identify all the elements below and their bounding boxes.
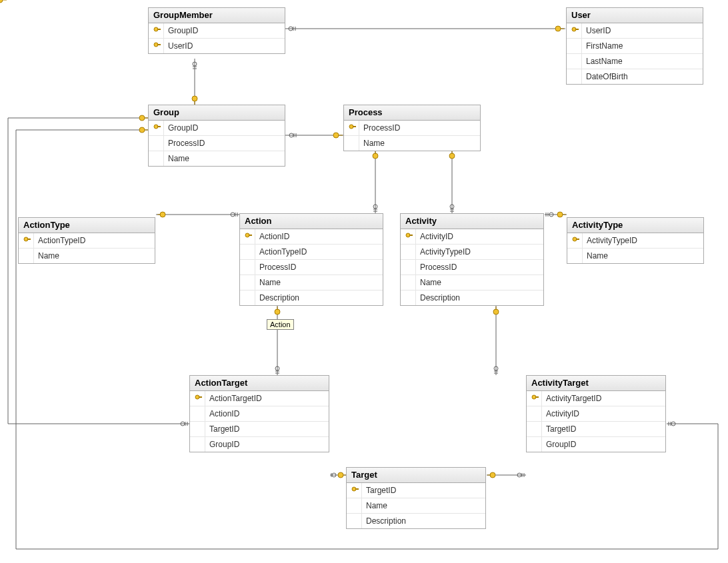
table-row[interactable]: Name <box>567 249 703 263</box>
table-row[interactable]: ActionTypeID <box>240 245 383 260</box>
table-row[interactable]: ProcessID <box>240 260 383 275</box>
table-row[interactable]: ActivityTypeID <box>567 233 703 249</box>
field-name: TargetID <box>362 486 396 495</box>
table-user[interactable]: User UserID FirstName LastName DateOfBir… <box>566 7 703 85</box>
key-icon <box>569 23 582 38</box>
svg-rect-69 <box>576 239 579 240</box>
table-row[interactable]: LastName <box>567 54 703 69</box>
field-name: ActivityTargetID <box>542 394 601 403</box>
table-row[interactable]: GroupID <box>190 437 329 452</box>
table-row[interactable]: ActivityTypeID <box>401 245 543 260</box>
table-title: Activity <box>401 214 543 229</box>
table-row[interactable]: ActivityID <box>527 406 665 422</box>
field-name: GroupID <box>164 26 198 35</box>
field-name: Description <box>362 516 406 526</box>
table-row[interactable]: GroupID <box>149 121 285 136</box>
table-row[interactable]: UserID <box>567 23 703 39</box>
svg-point-0 <box>0 0 3 3</box>
field-name: ProcessID <box>359 123 400 133</box>
table-row[interactable]: TargetID <box>527 422 665 437</box>
key-icon <box>151 39 164 53</box>
key-icon <box>529 391 542 406</box>
table-row[interactable]: Name <box>19 249 155 263</box>
table-row[interactable]: ProcessID <box>344 121 480 136</box>
svg-point-37 <box>494 366 498 370</box>
table-row[interactable]: ActionTargetID <box>190 391 329 406</box>
table-row[interactable]: Name <box>344 136 480 151</box>
table-groupmember[interactable]: GroupMember GroupID UserID <box>148 7 285 54</box>
table-action[interactable]: Action ActionID ActionTypeID ProcessID N… <box>239 213 383 306</box>
table-row[interactable]: Description <box>401 290 543 305</box>
table-row[interactable]: TargetID <box>190 422 329 437</box>
svg-rect-59 <box>157 126 161 127</box>
table-row[interactable]: FirstName <box>567 39 703 54</box>
table-title: GroupMember <box>149 8 285 23</box>
field-name: ActionID <box>255 232 289 241</box>
key-icon <box>403 229 416 244</box>
svg-rect-57 <box>575 29 579 30</box>
svg-point-39 <box>332 473 336 477</box>
table-row[interactable]: Name <box>401 275 543 290</box>
table-row[interactable]: ActionID <box>190 406 329 422</box>
table-activity[interactable]: Activity ActivityID ActivityTypeID Proce… <box>400 213 544 306</box>
table-activitytype[interactable]: ActivityType ActivityTypeID Name <box>567 217 704 264</box>
table-row[interactable]: Description <box>347 514 485 528</box>
table-row[interactable]: ActionTypeID <box>19 233 155 249</box>
table-row[interactable]: GroupID <box>149 23 285 39</box>
field-name: UserID <box>582 26 611 35</box>
table-group[interactable]: Group GroupID ProcessID Name <box>148 105 285 167</box>
table-row[interactable]: ProcessID <box>149 136 285 151</box>
svg-point-12 <box>333 133 339 138</box>
field-name: Name <box>583 251 608 261</box>
field-name: Name <box>359 139 385 148</box>
table-target[interactable]: Target TargetID Name Description <box>346 467 486 529</box>
key-icon <box>243 229 255 244</box>
field-name: LastName <box>582 57 623 66</box>
table-row[interactable]: ActivityID <box>401 229 543 245</box>
field-name: Name <box>362 501 387 510</box>
table-row[interactable]: Description <box>240 290 383 305</box>
table-row[interactable]: ActionID <box>240 229 383 245</box>
table-row[interactable]: Name <box>240 275 383 290</box>
table-row[interactable]: GroupID <box>527 437 665 452</box>
table-title: ActionType <box>19 218 155 233</box>
table-title: ActionTarget <box>190 376 329 391</box>
key-icon <box>151 23 164 38</box>
table-row[interactable]: Name <box>149 151 285 166</box>
table-row[interactable]: UserID <box>149 39 285 53</box>
table-row[interactable]: ProcessID <box>401 260 543 275</box>
svg-point-8 <box>192 96 197 101</box>
table-title: ActivityType <box>567 218 703 233</box>
table-title: User <box>567 8 703 23</box>
svg-point-4 <box>555 26 561 31</box>
svg-point-11 <box>289 133 293 137</box>
svg-point-3 <box>289 27 293 31</box>
field-name: ActivityID <box>542 409 579 418</box>
key-icon <box>151 121 164 135</box>
table-row[interactable]: Name <box>347 498 485 514</box>
field-name: ActionTargetID <box>205 394 262 403</box>
table-title: ActivityTarget <box>527 376 665 391</box>
svg-rect-67 <box>409 235 413 236</box>
table-row[interactable]: TargetID <box>347 483 485 498</box>
svg-rect-55 <box>157 44 161 45</box>
svg-point-45 <box>517 473 521 477</box>
table-actiontarget[interactable]: ActionTarget ActionTargetID ActionID Tar… <box>189 375 329 452</box>
field-name: DateOfBirth <box>582 72 628 81</box>
svg-rect-63 <box>27 239 31 240</box>
svg-rect-71 <box>199 396 202 398</box>
table-activitytarget[interactable]: ActivityTarget ActivityTargetID Activity… <box>526 375 666 452</box>
table-actiontype[interactable]: ActionType ActionTypeID Name <box>18 217 155 264</box>
field-name: Description <box>255 293 299 302</box>
field-name: ProcessID <box>164 139 205 148</box>
field-name: Name <box>416 278 441 287</box>
table-process[interactable]: Process ProcessID Name <box>343 105 481 151</box>
svg-point-19 <box>449 153 455 159</box>
svg-point-43 <box>490 472 495 478</box>
svg-point-15 <box>373 153 378 159</box>
table-row[interactable]: ActivityTargetID <box>527 391 665 406</box>
field-name: UserID <box>164 41 193 51</box>
table-row[interactable]: DateOfBirth <box>567 69 703 84</box>
field-name: GroupID <box>164 123 198 133</box>
field-name: GroupID <box>542 440 576 449</box>
